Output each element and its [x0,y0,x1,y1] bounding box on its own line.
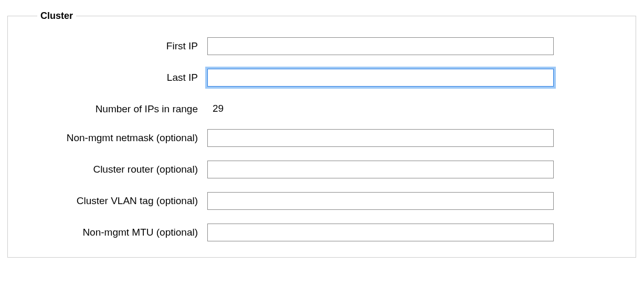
input-vlan[interactable] [207,192,554,210]
label-vlan: Cluster VLAN tag (optional) [29,192,207,207]
value-netmask [207,129,554,147]
input-router[interactable] [207,161,554,178]
label-last-ip: Last IP [29,69,207,84]
label-mtu: Non-mgmt MTU (optional) [29,224,207,239]
value-num-ips: 29 [207,100,554,114]
value-first-ip [207,37,554,55]
value-router [207,161,554,178]
label-first-ip: First IP [29,37,207,52]
input-netmask[interactable] [207,129,554,147]
label-router: Cluster router (optional) [29,161,207,176]
text-num-ips: 29 [207,100,554,114]
label-num-ips: Number of IPs in range [29,100,207,115]
input-first-ip[interactable] [207,37,554,55]
value-mtu [207,224,554,241]
row-vlan: Cluster VLAN tag (optional) [29,192,615,210]
row-num-ips: Number of IPs in range 29 [29,100,615,115]
label-netmask: Non-mgmt netmask (optional) [29,129,207,144]
row-first-ip: First IP [29,37,615,55]
value-vlan [207,192,554,210]
cluster-legend: Cluster [37,10,76,22]
input-mtu[interactable] [207,224,554,241]
row-router: Cluster router (optional) [29,161,615,178]
value-last-ip [207,69,554,87]
cluster-fieldset: Cluster First IP Last IP Number of IPs i… [7,10,636,258]
input-last-ip[interactable] [207,69,554,87]
row-mtu: Non-mgmt MTU (optional) [29,224,615,241]
row-last-ip: Last IP [29,69,615,87]
row-netmask: Non-mgmt netmask (optional) [29,129,615,147]
